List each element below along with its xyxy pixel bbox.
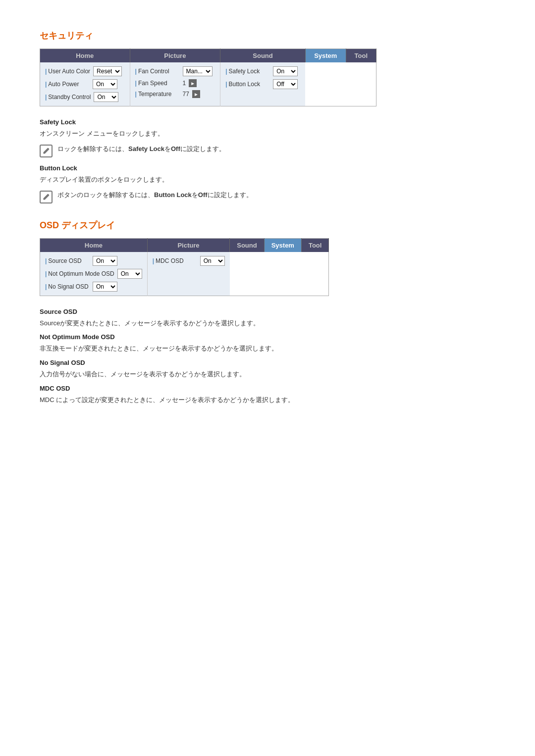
button-lock-note-row: ボタンのロックを解除するには、Button LockをOffに設定します。	[40, 190, 495, 203]
auto-power-row: Auto Power On Off	[45, 79, 125, 89]
button-lock-subtitle: Button Lock	[40, 164, 495, 172]
button-lock-select[interactable]: On Off	[273, 79, 298, 89]
safety-lock-label: Safety Lock	[225, 68, 270, 75]
mdc-osd-label: MDC OSD	[153, 257, 197, 264]
not-optimum-osd-label: Not Optimum Mode OSD	[45, 270, 114, 277]
fan-speed-arrow[interactable]: ►	[189, 79, 197, 87]
security-col1: User Auto Color Reset Auto Power On Off	[40, 62, 130, 106]
tab-picture[interactable]: Picture	[130, 49, 220, 63]
no-signal-osd-label: No Signal OSD	[45, 283, 90, 290]
safety-lock-select[interactable]: On Off	[273, 66, 298, 76]
button-lock-desc: ディスプレイ装置のボタンをロックします。	[40, 175, 495, 185]
user-auto-color-label: User Auto Color	[45, 68, 90, 75]
mdc-osd-subtitle: MDC OSD	[40, 385, 495, 392]
temperature-arrow[interactable]: ►	[192, 90, 200, 98]
security-title: セキュリティ	[40, 30, 495, 42]
pencil-icon	[42, 147, 50, 155]
osd-col1: Source OSD On Off Not Optimum Mode OSD O…	[40, 252, 148, 296]
fan-speed-label: Fan Speed	[135, 80, 180, 87]
not-optimum-osd-desc: 非互換モードが変更されたときに、メッセージを表示するかどうかを選択します。	[40, 344, 495, 354]
no-signal-osd-subtitle: No Signal OSD	[40, 359, 495, 366]
safety-lock-subtitle: Safety Lock	[40, 118, 495, 126]
no-signal-osd-select[interactable]: On Off	[93, 282, 117, 292]
security-col2: Fan Control Man... Auto Fan Speed 1 ► Te…	[130, 62, 220, 106]
user-auto-color-select[interactable]: Reset	[93, 66, 122, 76]
security-content-row: User Auto Color Reset Auto Power On Off	[40, 62, 376, 106]
osd-col2: MDC OSD On Off	[147, 252, 230, 296]
source-osd-row: Source OSD On Off	[45, 256, 142, 266]
safety-lock-row: Safety Lock On Off	[225, 66, 300, 76]
osd-tab-system[interactable]: System	[264, 238, 301, 252]
osd-content-row: Source OSD On Off Not Optimum Mode OSD O…	[40, 252, 329, 296]
temperature-value: 77	[183, 91, 189, 98]
osd-title: OSD ディスプレイ	[40, 219, 495, 231]
button-lock-note-text: ボタンのロックを解除するには、Button LockをOffに設定します。	[57, 190, 253, 201]
osd-tab-row: Home Picture Sound System Tool	[40, 238, 329, 252]
osd-col2-fields: MDC OSD On Off	[153, 256, 225, 266]
auto-power-label: Auto Power	[45, 81, 90, 88]
security-section: セキュリティ Home Picture Sound System Tool Us…	[40, 30, 495, 203]
no-signal-osd-row: No Signal OSD On Off	[45, 282, 142, 292]
fan-control-label: Fan Control	[135, 68, 180, 75]
user-auto-color-row: User Auto Color Reset	[45, 66, 125, 76]
security-tab-row: Home Picture Sound System Tool	[40, 49, 376, 63]
safety-lock-desc: オンスクリーン メニューをロックします。	[40, 129, 495, 139]
mdc-osd-desc: MDC によって設定が変更されたときに、メッセージを表示するかどうかを選択します…	[40, 395, 495, 405]
col2-fields: Fan Control Man... Auto Fan Speed 1 ► Te…	[135, 66, 215, 98]
source-osd-desc: Sourceが変更されたときに、メッセージを表示するかどうかを選択します。	[40, 318, 495, 329]
fan-speed-value: 1	[183, 80, 186, 87]
mdc-osd-row: MDC OSD On Off	[153, 256, 225, 266]
standby-control-select[interactable]: On Off	[94, 92, 118, 102]
fan-control-row: Fan Control Man... Auto	[135, 66, 215, 76]
source-osd-label: Source OSD	[45, 257, 90, 264]
tab-system[interactable]: System	[305, 49, 346, 63]
not-optimum-osd-select[interactable]: On Off	[117, 269, 142, 279]
security-col3: Safety Lock On Off Button Lock On Off	[220, 62, 306, 106]
osd-tab-sound[interactable]: Sound	[230, 238, 264, 252]
mdc-osd-select[interactable]: On Off	[200, 256, 225, 266]
source-osd-subtitle: Source OSD	[40, 308, 495, 315]
temperature-label: Temperature	[135, 91, 180, 98]
osd-tab-home[interactable]: Home	[40, 238, 148, 252]
fan-control-select[interactable]: Man... Auto	[183, 66, 213, 76]
standby-control-row: Standby Control On Off	[45, 92, 125, 102]
tab-sound[interactable]: Sound	[220, 49, 306, 63]
col3-fields: Safety Lock On Off Button Lock On Off	[225, 66, 300, 89]
pencil-icon2	[42, 193, 50, 201]
not-optimum-osd-subtitle: Not Optimum Mode OSD	[40, 333, 495, 341]
osd-tab-tool[interactable]: Tool	[301, 238, 328, 252]
col1-fields: User Auto Color Reset Auto Power On Off	[45, 66, 125, 102]
tab-tool[interactable]: Tool	[346, 49, 376, 63]
safety-lock-note-text: ロックを解除するには、Safety LockをOffに設定します。	[57, 144, 225, 154]
not-optimum-osd-row: Not Optimum Mode OSD On Off	[45, 269, 142, 279]
osd-section: OSD ディスプレイ Home Picture Sound System Too…	[40, 219, 495, 405]
temperature-row: Temperature 77 ►	[135, 90, 215, 98]
fan-speed-row: Fan Speed 1 ►	[135, 79, 215, 87]
auto-power-select[interactable]: On Off	[93, 79, 117, 89]
button-lock-note-icon	[40, 191, 53, 203]
tab-home[interactable]: Home	[40, 49, 130, 63]
button-lock-label: Button Lock	[225, 81, 270, 88]
standby-control-label: Standby Control	[45, 94, 91, 101]
button-lock-row: Button Lock On Off	[225, 79, 300, 89]
osd-table: Home Picture Sound System Tool Source OS…	[40, 238, 329, 296]
osd-col1-fields: Source OSD On Off Not Optimum Mode OSD O…	[45, 256, 142, 292]
safety-lock-note-row: ロックを解除するには、Safety LockをOffに設定します。	[40, 144, 495, 157]
osd-tab-picture[interactable]: Picture	[147, 238, 230, 252]
security-table: Home Picture Sound System Tool User Auto…	[40, 49, 376, 106]
safety-lock-note-icon	[40, 145, 53, 157]
source-osd-select[interactable]: On Off	[93, 256, 117, 266]
no-signal-osd-desc: 入力信号がない場合に、メッセージを表示するかどうかを選択します。	[40, 369, 495, 380]
